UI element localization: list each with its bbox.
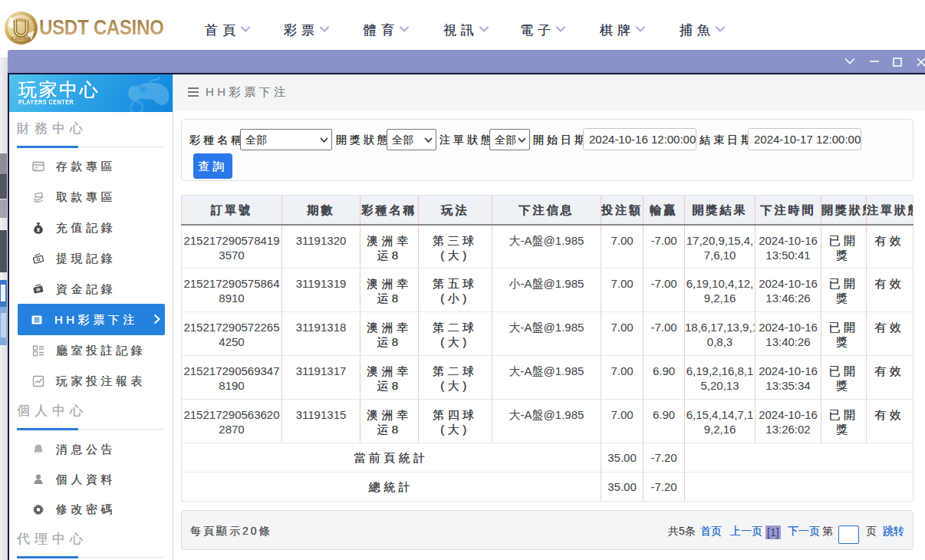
svg-text:CASINO: CASINO <box>11 36 31 41</box>
